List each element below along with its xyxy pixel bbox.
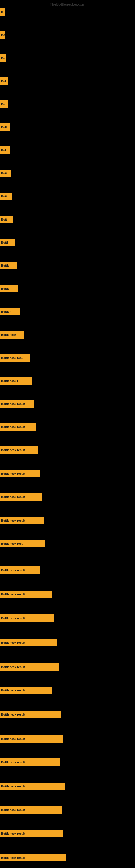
bar-label: Bottleneck xyxy=(1,333,16,336)
bar-label: Bottleneck result xyxy=(1,593,25,596)
bar-item: Bottleneck result xyxy=(0,566,40,574)
bar-label: Bottl xyxy=(1,241,8,244)
bar-label: Bo xyxy=(1,102,5,106)
bar-item: Bo xyxy=(0,100,8,108)
bar-item: Bottleneck result xyxy=(0,639,57,646)
bar-label: Bo xyxy=(1,56,5,60)
bar-label: Bottleneck resu xyxy=(1,542,24,545)
bar-item: Bottleneck result xyxy=(0,470,41,477)
bar-item: Bottleneck result xyxy=(0,517,44,524)
bar-label: B xyxy=(1,10,3,13)
bar-label: Bott xyxy=(1,172,7,175)
bar-label: Bo xyxy=(1,33,5,37)
bar-label: Bottleneck result xyxy=(1,568,25,572)
bar-label: Bottleneck result xyxy=(1,689,25,692)
bar-item: Bo xyxy=(0,31,5,39)
bar-item: Bottleneck result xyxy=(0,711,61,718)
bar-item: Bottleneck r xyxy=(0,377,32,384)
bar-label: Bottleneck result xyxy=(1,641,25,644)
bar-item: Bottleneck result xyxy=(0,493,42,501)
bar-label: Bottle xyxy=(1,287,9,290)
bar-item: Bottleneck result xyxy=(0,830,63,837)
bar-item: Bottle xyxy=(0,285,18,292)
bar-item: Bottleneck result xyxy=(0,735,63,743)
bar-label: Bottleneck result xyxy=(1,832,25,835)
bar-item: Bottleneck result xyxy=(0,663,59,671)
bar-label: Bottleneck result xyxy=(1,519,25,522)
bar-label: Bott xyxy=(1,218,7,221)
bar-item: Bot xyxy=(0,77,8,85)
bar-item: Bottleneck result xyxy=(0,590,52,598)
bar-item: Bottleneck result xyxy=(0,686,52,694)
bar-label: Bottleneck result xyxy=(1,856,25,859)
bar-label: Bottleneck result xyxy=(1,665,25,669)
bar-item: Bottl xyxy=(0,239,15,246)
bar-label: Bottleneck result xyxy=(1,425,25,429)
bar-label: Bottleneck result xyxy=(1,472,25,475)
bar-label: Bottleneck result xyxy=(1,785,25,788)
bar-item: Bottleneck resu xyxy=(0,354,30,362)
bar-item: Bottleneck result xyxy=(0,446,38,454)
bar-item: Bottleneck resu xyxy=(0,540,45,547)
bar-label: Bottlen xyxy=(1,310,11,313)
bar-label: Bottleneck r xyxy=(1,379,18,382)
bar-item: B xyxy=(0,8,5,16)
bar-item: Bottleneck result xyxy=(0,854,66,862)
bar-label: Bottleneck result xyxy=(1,761,25,764)
bar-label: Bottleneck result xyxy=(1,713,25,716)
bar-item: Bottleneck result xyxy=(0,400,34,408)
bar-label: Bot xyxy=(1,149,6,152)
bar-label: Bottleneck result xyxy=(1,402,25,405)
bar-item: Bot xyxy=(0,147,10,154)
bar-item: Bottlen xyxy=(0,308,20,315)
bar-item: Bott xyxy=(0,193,12,200)
bar-item: Bott xyxy=(0,123,10,131)
bar-label: Bottleneck result xyxy=(1,737,25,741)
bar-item: Bottleneck result xyxy=(0,758,60,766)
bar-label: Bottleneck result xyxy=(1,617,25,620)
bar-label: Bottleneck result xyxy=(1,448,25,452)
bar-label: Bot xyxy=(1,80,6,83)
bar-item: Bott xyxy=(0,169,11,177)
bar-label: Bott xyxy=(1,195,7,198)
bar-item: Bott xyxy=(0,216,13,223)
bar-item: Bo xyxy=(0,54,6,62)
bar-item: Bottleneck result xyxy=(0,806,62,814)
bar-label: Bottleneck result xyxy=(1,495,25,499)
bar-label: Bott xyxy=(1,126,7,129)
bar-item: Bottle xyxy=(0,262,17,269)
bar-item: Bottleneck result xyxy=(0,782,65,790)
bar-item: Bottleneck xyxy=(0,331,24,339)
bar-label: Bottleneck result xyxy=(1,808,25,812)
bar-item: Bottleneck result xyxy=(0,423,36,431)
bar-label: Bottle xyxy=(1,264,9,267)
bar-item: Bottleneck result xyxy=(0,614,54,622)
site-title: TheBottlenecker.com xyxy=(50,2,85,6)
bar-label: Bottleneck resu xyxy=(1,356,24,360)
